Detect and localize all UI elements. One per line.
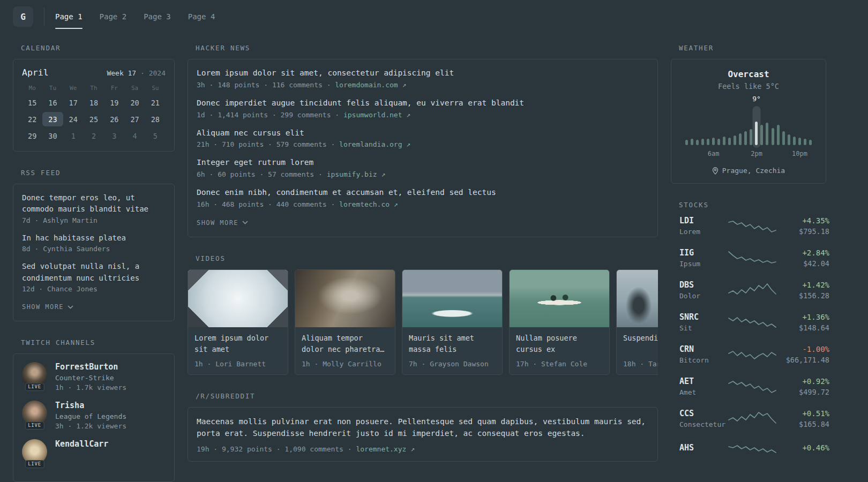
weather-widget: WEATHER Overcast Feels like 5°C 9° 6am2p… [671,44,826,184]
stock-sparkline-wrap [729,347,776,363]
subreddit-widget-title: /R/SUBREDDIT [196,392,658,400]
calendar-day: 17 [63,95,84,110]
stock-id: IIG Ipsum [679,248,729,268]
weather-bars [685,111,812,145]
weather-time-label: 10pm [792,150,807,157]
story-title[interactable]: Aliquam nec cursus elit [197,127,649,139]
video-meta: 1h · Molly Carrillo [302,360,388,368]
channel-name[interactable]: KendallCarr [55,439,108,449]
stock-sparkline-wrap [729,379,776,395]
stock-name: Bitcorn [679,356,729,364]
stock-row[interactable]: IIG Ipsum +2.84% $42.04 [679,248,818,268]
twitch-channel[interactable]: LIVE KendallCarr [22,439,166,464]
story-domain-link[interactable]: ipsumworld.net ↗ [343,111,410,119]
story-domain-link[interactable]: loremdomain.com ↗ [335,81,406,89]
chevron-down-icon [68,305,73,309]
stock-values: +1.36% $148.64 [776,313,829,332]
video-thumbnail[interactable] [188,270,288,327]
video-card[interactable]: Suspendisse diam 18h · Tara [616,269,658,375]
calendar-month: April [22,67,49,78]
rss-show-more-button[interactable]: SHOW MORE [22,301,73,313]
story-title[interactable]: Donec imperdiet augue tincidunt felis al… [197,97,649,109]
story-item: Integer eget rutrum lorem 6h · 60 points… [197,157,649,178]
stock-change: +2.84% [776,248,829,257]
page-tabs: Page 1 Page 2 Page 3 Page 4 [55,0,215,33]
story-title[interactable]: Donec enim nibh, condimentum et accumsan… [197,187,649,199]
channel-info: KendallCarr [55,439,108,451]
stock-name: Amet [679,388,729,396]
video-thumbnail[interactable] [510,270,609,327]
stock-sparkline-wrap [729,441,776,457]
calendar-weekday: Tu [42,85,63,92]
page-tab[interactable]: Page 1 [55,0,83,33]
stock-ticker: IIG [679,248,729,258]
stock-price: $795.18 [776,227,829,236]
app-logo[interactable]: G [13,6,33,27]
stock-row[interactable]: LDI Lorem +4.35% $795.18 [679,216,818,236]
stock-row[interactable]: AHS +0.46% [679,441,818,457]
rss-item-title[interactable]: Donec tempor eros leo, ut commodo mauris… [22,192,166,215]
stock-row[interactable]: SNRC Sit +1.36% $148.64 [679,312,818,332]
hn-show-more-button[interactable]: SHOW MORE [197,217,248,229]
chevron-down-icon [242,221,248,224]
stocks-widget-title: STOCKS [679,201,826,209]
channel-name[interactable]: Trisha [55,401,126,410]
calendar-year: 2024 [149,69,166,77]
calendar-day: 1 [63,129,84,143]
story-domain-link[interactable]: loremlandia.org ↗ [339,140,410,148]
channel-game: League of Legends [55,412,126,420]
stock-row[interactable]: CRN Bitcorn -1.00% $66,171.48 [679,344,818,364]
story-title[interactable]: Integer eget rutrum lorem [197,157,649,169]
rss-item: Sed volutpat nulla nisl, a condimentum n… [22,261,166,293]
rss-item-title[interactable]: In hac habitasse platea [22,232,166,244]
stock-row[interactable]: AET Amet +0.92% $499.72 [679,376,818,396]
calendar-weekday: Th [84,85,104,92]
video-thumbnail[interactable] [617,270,658,327]
twitch-channel[interactable]: LIVE Trisha League of Legends 3h · 1.2k … [22,401,166,430]
stock-sparkline-wrap [729,282,776,298]
stock-ticker: SNRC [679,312,729,322]
stock-ticker: AET [679,376,729,386]
video-card[interactable]: Aliquam tempor dolor nec pharetra… 1h · … [295,269,395,375]
stock-row[interactable]: CCS Consectetur +0.51% $165.84 [679,409,818,428]
stock-values: +0.92% $499.72 [776,377,829,396]
video-card[interactable]: Mauris sit amet massa felis 7h · Grayson… [402,269,503,375]
stock-price: $66,171.48 [776,356,829,364]
twitch-widget: TWITCH CHANNELS LIVE ForrestBurton Count… [13,338,175,482]
twitch-channel[interactable]: LIVE ForrestBurton Counter-Strike 1h · 1… [22,362,166,391]
page-tab[interactable]: Page 4 [188,0,215,33]
stock-name: Dolor [679,292,729,300]
post-title[interactable]: Maecenas mollis pulvinar erat non posuer… [197,416,649,440]
subreddit-widget: /R/SUBREDDIT Maecenas mollis pulvinar er… [188,392,658,462]
twitch-card: LIVE ForrestBurton Counter-Strike 1h · 1… [13,353,175,482]
story-domain-link[interactable]: loremtech.co ↗ [339,200,398,208]
rss-item-title[interactable]: Sed volutpat nulla nisl, a condimentum n… [22,261,166,284]
stock-values: +0.51% $165.84 [776,409,829,428]
video-card[interactable]: Nullam posuere cursus ex 17h · Stefan Co… [509,269,610,375]
calendar-day: 29 [22,129,42,143]
stock-row[interactable]: DBS Dolor +1.42% $156.28 [679,280,818,300]
stocks-list: LDI Lorem +4.35% $795.18 [671,216,826,457]
weather-time-label: 2pm [751,150,762,157]
calendar-day: 30 [42,129,63,143]
video-title: Suspendisse diam [623,333,658,355]
stock-sparkline [729,411,776,427]
story-domain-link[interactable]: ipsumify.biz ↗ [327,170,386,178]
video-card[interactable]: Lorem ipsum dolor sit amet consectetu… 1… [188,269,288,375]
video-thumbnail[interactable] [295,270,395,327]
channel-game: Counter-Strike [55,374,126,382]
live-badge: LIVE [25,421,44,430]
story-title[interactable]: Lorem ipsum dolor sit amet, consectetur … [197,67,649,79]
subreddit-card: Maecenas mollis pulvinar erat non posuer… [188,407,658,462]
page-tab[interactable]: Page 2 [100,0,127,33]
rss-item-meta: 7d · Ashlyn Martin [22,216,166,224]
post-domain-link[interactable]: loremnet.xyz ↗ [356,445,415,453]
video-thumbnail[interactable] [402,270,502,327]
stock-sparkline-wrap [729,411,776,427]
stock-sparkline [729,441,776,457]
calendar-day: 22 [22,112,42,126]
story-item: Donec enim nibh, condimentum et accumsan… [197,187,649,208]
channel-name[interactable]: ForrestBurton [55,362,126,372]
page-tab[interactable]: Page 3 [144,0,171,33]
video-body: Nullam posuere cursus ex 17h · Stefan Co… [510,327,609,374]
